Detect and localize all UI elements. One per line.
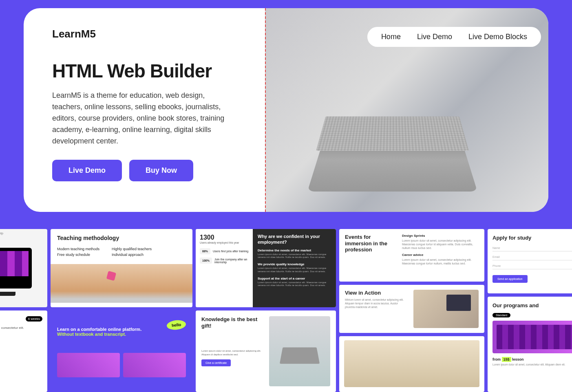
events-h2: Career advice xyxy=(402,253,479,257)
price-highlight: 15$ xyxy=(502,357,511,362)
methodology-title: Teaching methodology xyxy=(57,235,186,241)
gift-button[interactable]: Give a certificate xyxy=(201,359,231,366)
emp-p3: Lorem ipsum dolor sit amet, consectetur … xyxy=(258,281,331,288)
events-p2: Lorem ipsum dolor sit amet, consectetur … xyxy=(402,258,479,265)
hero-left: LearnM5 HTML Web Builder LearnM5 is a th… xyxy=(24,8,265,212)
gift-desc: Lorem ipsum dolor sit amet, consectetur … xyxy=(201,349,265,356)
events-title: Events for immersion in the profession xyxy=(345,234,394,253)
methodology-image xyxy=(51,264,192,303)
col-1: Teaching methodology Modern teaching met… xyxy=(51,229,192,392)
platform-line-1: Learn on a comfortable online platform. xyxy=(57,327,186,332)
feature-2: Free study schedule xyxy=(57,253,99,257)
programs-image xyxy=(492,321,572,353)
events-p1: Lorem ipsum dolor sit amet, consectetur … xyxy=(402,239,479,250)
nav-pill: Home Live Demo Live Demo Blocks xyxy=(367,27,541,47)
nav-live-demo-blocks[interactable]: Live Demo Blocks xyxy=(468,33,527,41)
monitor-icon xyxy=(0,248,32,288)
card-platform: Learn on a comfortable online platform. … xyxy=(51,311,192,392)
emp-p2: Lorem ipsum dolor sit amet, consectetur … xyxy=(258,267,331,273)
card-programs: Our programs and Standard from 15$ lesso… xyxy=(488,297,572,392)
platform-img-1 xyxy=(57,353,120,377)
card-apply: Apply for study Name Email Phone Send an… xyxy=(488,229,572,293)
stat-number: 1300 xyxy=(200,234,249,241)
nav-home[interactable]: Home xyxy=(381,33,401,41)
send-application-button[interactable]: Send an application xyxy=(492,275,528,283)
hero-image-panel: Home Live Demo Live Demo Blocks xyxy=(265,8,548,212)
stat-100: 100% xyxy=(200,258,212,264)
emp-h1: Determine the needs of the market xyxy=(258,249,331,252)
field-phone[interactable]: Phone xyxy=(492,264,572,269)
price-line: from 15$ lesson xyxy=(492,357,572,361)
stat-100-text: Join the company after an internship xyxy=(214,258,249,264)
emp-p1: Lorem ipsum dolor sit amet, consectetur … xyxy=(258,253,331,260)
programs-desc: Lorem ipsum dolor sit amet, consectetur … xyxy=(492,363,572,367)
stat-sub: Users already employed this year xyxy=(200,241,249,244)
buy-now-button[interactable]: Buy Now xyxy=(129,160,193,181)
hero-title: HTML Web Builder xyxy=(52,60,249,82)
platform-line-2: Without textbook and transcript. xyxy=(57,332,186,337)
emp-h3: Support at the start of a career xyxy=(258,277,331,280)
standard-pill: Standard xyxy=(492,313,510,317)
gift-image xyxy=(269,316,330,386)
employment-title: Why are we confident in your employment? xyxy=(258,234,331,245)
col-3: Events for immersion in the profession D… xyxy=(339,229,484,392)
nav-live-demo[interactable]: Live Demo xyxy=(417,33,452,41)
apply-title: Apply for study xyxy=(492,235,572,241)
card-level: Level 3 6 weeks Lorem ipsum dolor amet, … xyxy=(0,311,47,392)
card-methodology: Teaching methodology Modern teaching met… xyxy=(51,229,192,307)
feature-1: Modern teaching methods xyxy=(57,247,99,251)
gift-title: Knowledge is the best gift! xyxy=(201,316,265,329)
hero-card: LearnM5 HTML Web Builder LearnM5 is a th… xyxy=(24,8,548,212)
programs-title: Our programs and xyxy=(492,302,572,308)
card-gift: Knowledge is the best gift! Lorem ipsum … xyxy=(196,311,336,392)
col-0: Contacts Testimonials Help Level 3 6 wee… xyxy=(0,229,47,392)
field-name[interactable]: Name xyxy=(492,247,572,251)
stat-88-text: Users find jobs after training xyxy=(213,250,248,253)
action-image xyxy=(413,290,479,328)
hero-description: LearnM5 is a theme for education, web de… xyxy=(52,90,232,147)
level-image xyxy=(0,342,42,374)
events-h1: Design Sprints xyxy=(402,234,479,238)
live-demo-button[interactable]: Live Demo xyxy=(52,160,122,181)
hero-buttons: Live Demo Buy Now xyxy=(52,160,249,181)
weeks-badge: 6 weeks xyxy=(26,316,42,322)
card-monitor: Contacts Testimonials Help xyxy=(0,229,47,307)
level-desc: Lorem ipsum dolor amet, consectetur elit… xyxy=(0,326,42,330)
field-email[interactable]: Email xyxy=(492,255,572,260)
emp-h2: We provide quality knowledge xyxy=(258,262,331,266)
action-desc: Mitriom lorem sit amet, consectetur adip… xyxy=(345,298,409,309)
platform-img-2 xyxy=(123,353,186,377)
feature-3: Highly qualified teachers xyxy=(112,247,152,251)
col-2: 1300 Users already employed this year 88… xyxy=(196,229,336,392)
stat-88: 88% xyxy=(200,248,210,254)
logo: LearnM5 xyxy=(52,28,249,40)
card-employment: 1300 Users already employed this year 88… xyxy=(196,229,336,307)
feature-4: Individual approach xyxy=(112,253,152,257)
mini-tabs: Contacts Testimonials Help xyxy=(0,231,3,235)
tab-help: Help xyxy=(0,231,3,235)
photo-image xyxy=(344,340,479,387)
card-photo xyxy=(339,336,484,392)
preview-grid: Contacts Testimonials Help Level 3 6 wee… xyxy=(0,229,572,392)
col-4: Apply for study Name Email Phone Send an… xyxy=(488,229,572,392)
read-more-link[interactable]: Read More › xyxy=(0,333,42,337)
card-events: Events for immersion in the profession D… xyxy=(339,229,484,282)
action-title: View in Action xyxy=(345,290,409,296)
card-action: View in Action Mitriom lorem sit amet, c… xyxy=(339,285,484,333)
